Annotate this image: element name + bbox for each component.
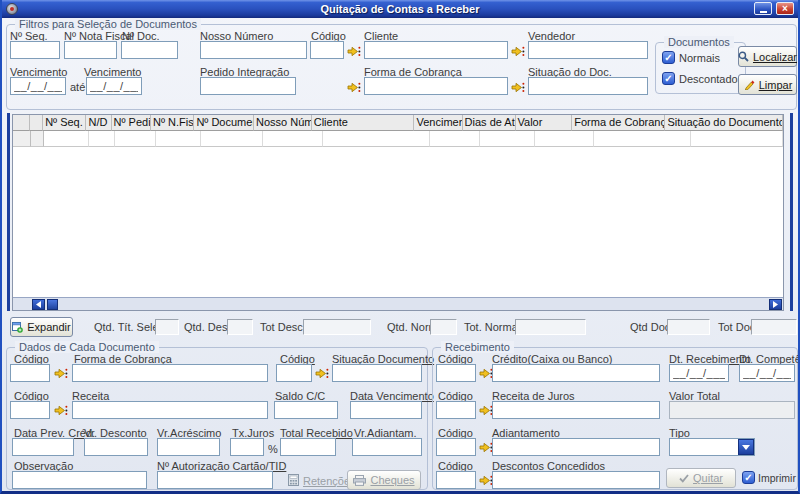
- dados-vr-adiantam-input[interactable]: [352, 438, 422, 456]
- scroll-right-arrow-icon[interactable]: [769, 299, 782, 310]
- quitar-button-label: Quitar: [693, 472, 723, 484]
- dados-total-recebido-input[interactable]: [280, 438, 336, 456]
- receb-codigo-juros-input[interactable]: [436, 401, 476, 419]
- vendedor-input[interactable]: [528, 41, 648, 59]
- dados-forma-cobranca-input[interactable]: [72, 364, 268, 382]
- codigo-cliente-input[interactable]: [310, 41, 344, 59]
- receb-credito-lookup-hand-icon[interactable]: [479, 367, 493, 380]
- qtd-desc-value: [227, 319, 253, 335]
- qtd-normal-value: [430, 319, 457, 335]
- ndoc-input[interactable]: [121, 41, 178, 59]
- dados-vr-desconto-input[interactable]: [84, 438, 148, 456]
- grid-header-indicator: [13, 115, 30, 131]
- expand-grid-icon: [12, 322, 23, 333]
- printer-icon: [353, 475, 366, 486]
- cheques-button-label: Cheques: [370, 474, 414, 486]
- dados-forma-lookup-hand-icon[interactable]: [54, 367, 68, 380]
- scrollbar-thumb[interactable]: [47, 299, 58, 310]
- scroll-left-arrow-icon[interactable]: [32, 299, 45, 310]
- grid-horizontal-scrollbar[interactable]: [13, 297, 783, 310]
- minimize-button[interactable]: [754, 2, 772, 15]
- grid-header-nosso-numero[interactable]: Nosso Número: [254, 115, 312, 131]
- receb-juros-lookup-hand-icon[interactable]: [479, 404, 493, 417]
- forma-cobranca-lookup-hand-icon[interactable]: [347, 81, 361, 94]
- receb-adiantamento-input[interactable]: [492, 438, 660, 456]
- qtd-doc-value: [667, 319, 710, 335]
- receb-credito-input[interactable]: [492, 364, 660, 382]
- grid-empty-row[interactable]: [13, 131, 783, 147]
- receb-codigo-adiant-input[interactable]: [436, 438, 476, 456]
- grid-header-vencimento[interactable]: Vencimento: [414, 115, 462, 131]
- grid-header-npedido[interactable]: Nº Pedido: [112, 115, 152, 131]
- qtd-tit-selec-value: [155, 319, 179, 335]
- nosso-numero-input[interactable]: [200, 41, 307, 59]
- grid-header-row: Nº Seq. N/D Nº Pedido Nº N.Fiscal Nº Doc…: [13, 115, 783, 131]
- title-bar[interactable]: Quitação de Contas a Receber ×: [2, 0, 798, 18]
- dados-data-vencimento-input[interactable]: [350, 401, 422, 419]
- dados-receita-input[interactable]: [72, 401, 268, 419]
- grid-header-nseq[interactable]: Nº Seq.: [43, 115, 86, 131]
- situacao-doc-filter-input[interactable]: [528, 77, 648, 95]
- receb-descontos-input[interactable]: [492, 471, 660, 489]
- dados-codigo-forma-input[interactable]: [10, 364, 50, 382]
- grid-header-nfiscal[interactable]: Nº N.Fiscal: [151, 115, 194, 131]
- grid-right-edge: [790, 113, 793, 311]
- dados-data-prev-cred-input[interactable]: [12, 438, 74, 456]
- receb-codigo-desc-input[interactable]: [436, 471, 476, 489]
- grid-header-nd[interactable]: N/D: [86, 115, 111, 131]
- localizar-button[interactable]: Localizar: [738, 46, 797, 67]
- receb-dt-recebimento-input[interactable]: [669, 364, 729, 382]
- vencimento-de-input[interactable]: [10, 77, 66, 95]
- receb-desc-lookup-hand-icon[interactable]: [479, 474, 493, 487]
- vendedor-lookup-hand-icon[interactable]: [511, 45, 525, 58]
- cheques-button[interactable]: Cheques: [347, 470, 421, 490]
- percent-sign: %: [268, 443, 278, 455]
- cliente-input[interactable]: [364, 41, 508, 59]
- pedido-integracao-input[interactable]: [200, 77, 296, 95]
- close-button[interactable]: ×: [776, 2, 794, 15]
- close-icon: ×: [782, 4, 788, 14]
- cliente-lookup-hand-icon[interactable]: [347, 45, 361, 58]
- recebimento-caption: Recebimento: [441, 341, 514, 353]
- grid-header-situacao-documento[interactable]: Situação do Documento: [665, 115, 783, 131]
- dados-saldo-cc-input[interactable]: [274, 401, 338, 419]
- situacao-doc-lookup-hand-icon[interactable]: [511, 81, 525, 94]
- nnf-input[interactable]: [64, 41, 117, 59]
- grid-header-dias-atraso[interactable]: Dias de Atraso: [463, 115, 516, 131]
- limpar-button[interactable]: Limpar: [738, 74, 797, 95]
- receb-dt-competencia-input[interactable]: [739, 364, 795, 382]
- expandir-button[interactable]: Expandir: [10, 317, 73, 337]
- grid-header-cliente[interactable]: Cliente: [312, 115, 415, 131]
- imprimir-recibos-label: Imprimir Recibos: [758, 472, 800, 484]
- dados-receita-lookup-hand-icon[interactable]: [54, 404, 68, 417]
- dados-autorizacao-input[interactable]: [157, 471, 273, 489]
- receb-codigo-credito-input[interactable]: [436, 364, 476, 382]
- receb-adiant-lookup-hand-icon[interactable]: [479, 441, 493, 454]
- dados-observacao-input[interactable]: [12, 471, 147, 489]
- tot-normal-value: [515, 319, 586, 335]
- forma-cobranca-filter-input[interactable]: [364, 77, 508, 95]
- nseq-input[interactable]: [10, 41, 60, 59]
- grid-header-ndocumento[interactable]: Nº Documento: [194, 115, 254, 131]
- dados-situacao-documento-input[interactable]: [332, 364, 422, 382]
- receb-valor-total-input: [669, 401, 795, 419]
- documentos-groupbox: Documentos: [655, 42, 746, 94]
- normais-checkbox[interactable]: [662, 51, 675, 64]
- imprimir-recibos-checkbox[interactable]: [742, 471, 755, 484]
- chevron-down-icon[interactable]: [738, 439, 754, 455]
- vencimento-ate-input[interactable]: [86, 77, 142, 95]
- tot-desc-value: [303, 319, 371, 335]
- limpar-button-label: Limpar: [759, 79, 793, 91]
- receb-receita-juros-input[interactable]: [492, 401, 660, 419]
- descontados-checkbox[interactable]: [662, 72, 675, 85]
- dados-vr-acrescimo-input[interactable]: [157, 438, 220, 456]
- quitar-button[interactable]: Quitar: [666, 468, 736, 488]
- dados-situacao-lookup-hand-icon[interactable]: [315, 367, 329, 380]
- dados-tx-juros-input[interactable]: [230, 438, 264, 456]
- grid-header-valor[interactable]: Valor: [516, 115, 573, 131]
- app-window: Quitação de Contas a Receber × Filtros p…: [0, 0, 800, 494]
- dados-codigo-situacao-input[interactable]: [276, 364, 312, 382]
- dados-codigo-receita-input[interactable]: [10, 401, 50, 419]
- grid-header-forma-cobranca[interactable]: Forma de Cobrança: [572, 115, 665, 131]
- documentos-groupbox-caption: Documentos: [664, 36, 734, 48]
